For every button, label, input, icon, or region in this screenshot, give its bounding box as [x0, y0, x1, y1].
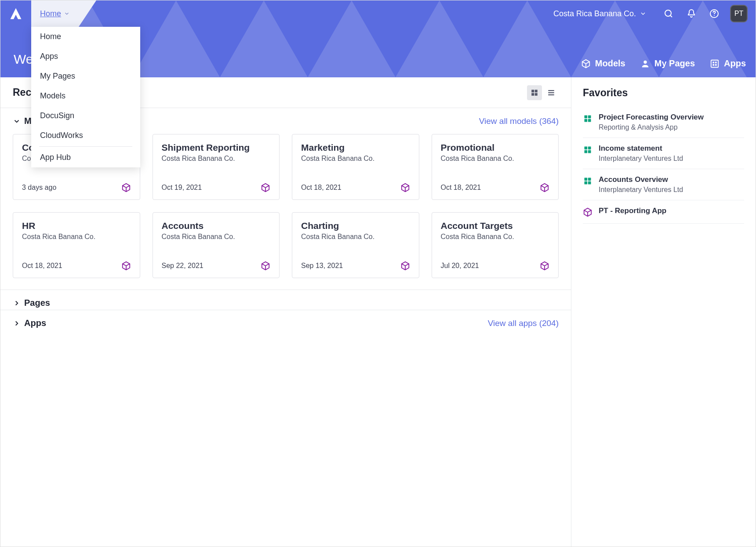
favorite-title: Accounts Overview [599, 175, 683, 184]
view-all-models-link[interactable]: View all models (364) [479, 116, 559, 126]
svg-rect-28 [585, 147, 588, 150]
app-logo[interactable] [0, 0, 31, 27]
cube-icon [261, 183, 270, 192]
app-icon [583, 177, 592, 185]
cube-icon [261, 261, 270, 271]
model-type-icon [261, 261, 270, 271]
card-title: HR [22, 221, 131, 231]
workspace-name: Costa Rica Banana Co. [553, 9, 636, 18]
cube-icon [583, 207, 592, 217]
chevron-down-icon[interactable] [13, 117, 22, 125]
search-button[interactable] [659, 4, 678, 23]
dropdown-item[interactable]: Home [31, 27, 140, 47]
card-subtitle: Costa Rica Banana Co. [301, 233, 410, 241]
apps-icon [710, 59, 720, 69]
card-subtitle: Costa Rica Banana Co. [162, 233, 271, 241]
chevron-down-icon [640, 10, 647, 17]
model-card[interactable]: Shipment ReportingCosta Rica Banana Co.O… [153, 134, 280, 200]
view-all-apps-link[interactable]: View all apps (204) [488, 319, 559, 328]
svg-point-8 [665, 10, 671, 16]
dropdown-item[interactable]: CloudWorks [31, 126, 140, 145]
section-head-apps: Apps View all apps (204) [0, 310, 571, 330]
model-type-icon [121, 183, 131, 192]
subnav-label: My Pages [654, 58, 695, 69]
model-type-icon [121, 261, 131, 271]
user-avatar[interactable]: PT [730, 5, 748, 22]
model-card[interactable]: PromotionalCosta Rica Banana Co.Oct 18, … [432, 134, 559, 200]
list-view-button[interactable] [544, 85, 559, 100]
card-date: Sep 22, 2021 [162, 262, 204, 270]
dropdown-item[interactable]: Apps [31, 47, 140, 66]
favorite-title: Income statement [599, 144, 683, 153]
svg-rect-13 [712, 62, 714, 63]
cube-icon [121, 261, 131, 271]
breadcrumb-home-link[interactable]: Home [40, 9, 61, 18]
card-date: Oct 19, 2021 [162, 184, 202, 192]
svg-rect-22 [548, 92, 554, 93]
favorite-item[interactable]: Project Forecasting OverviewReporting & … [583, 107, 744, 138]
dropdown-separator [39, 146, 132, 147]
app-icon [583, 114, 592, 123]
dropdown-item[interactable]: DocuSign [31, 106, 140, 126]
card-title: Shipment Reporting [162, 142, 271, 153]
help-icon [709, 8, 720, 19]
breadcrumb-dropdown: HomeAppsMy PagesModelsDocuSignCloudWorks… [31, 27, 140, 167]
dropdown-item[interactable]: App Hub [31, 148, 140, 167]
card-date: Oct 18, 2021 [22, 262, 62, 270]
bell-icon [686, 8, 697, 19]
dropdown-item[interactable]: Models [31, 86, 140, 106]
cube-icon [581, 59, 591, 69]
model-type-icon [400, 261, 410, 271]
cube-icon [400, 183, 410, 192]
svg-rect-32 [585, 178, 588, 181]
subnav-apps[interactable]: Apps [710, 58, 746, 69]
subnav-label: Apps [724, 58, 746, 69]
person-icon [640, 59, 650, 69]
svg-rect-29 [588, 147, 591, 150]
chevron-right-icon[interactable] [13, 319, 22, 327]
favorites-sidebar: Favorites Project Forecasting OverviewRe… [571, 77, 756, 547]
svg-rect-12 [711, 60, 719, 67]
notifications-button[interactable] [682, 4, 701, 23]
card-date: Oct 18, 2021 [301, 184, 342, 192]
svg-rect-18 [535, 90, 538, 92]
svg-rect-33 [588, 178, 591, 181]
dropdown-scroll[interactable]: HomeAppsMy PagesModelsDocuSignCloudWorks… [31, 27, 140, 167]
dropdown-item[interactable]: My Pages [31, 66, 140, 86]
model-card[interactable]: MarketingCosta Rica Banana Co.Oct 18, 20… [292, 134, 419, 200]
section-title: Pages [24, 298, 50, 308]
favorite-item[interactable]: PT - Reporting App [583, 200, 744, 224]
favorite-icon [583, 207, 592, 217]
card-date: Sep 13, 2021 [301, 262, 343, 270]
favorite-item[interactable]: Income statementInterplanetary Ventures … [583, 138, 744, 169]
subnav-label: Models [595, 58, 625, 69]
svg-rect-16 [715, 64, 717, 65]
breadcrumb-tab[interactable]: Home [31, 0, 96, 27]
favorite-title: PT - Reporting App [599, 206, 666, 215]
subnav-models[interactable]: Models [581, 58, 625, 69]
svg-rect-17 [531, 90, 534, 92]
model-card[interactable]: Account TargetsCosta Rica Banana Co.Jul … [432, 212, 559, 278]
card-title: Charting [301, 221, 410, 231]
model-card[interactable]: ChartingCosta Rica Banana Co.Sep 13, 202… [292, 212, 419, 278]
section-title: Apps [24, 318, 46, 328]
favorite-title: Project Forecasting Overview [599, 113, 704, 122]
help-button[interactable] [705, 4, 724, 23]
model-card[interactable]: AccountsCosta Rica Banana Co.Sep 22, 202… [153, 212, 280, 278]
model-card[interactable]: HRCosta Rica Banana Co.Oct 18, 2021 [13, 212, 140, 278]
favorites-title: Favorites [583, 87, 744, 99]
chevron-right-icon[interactable] [13, 299, 22, 307]
svg-point-10 [714, 15, 715, 16]
subnav-my-pages[interactable]: My Pages [640, 58, 695, 69]
card-title: Marketing [301, 142, 410, 153]
favorite-item[interactable]: Accounts OverviewInterplanetary Ventures… [583, 169, 744, 200]
workspace-switcher[interactable]: Costa Rica Banana Co. [553, 9, 647, 18]
card-title: Account Targets [441, 221, 550, 231]
model-type-icon [540, 261, 549, 271]
card-subtitle: Costa Rica Banana Co. [22, 233, 131, 241]
grid-view-button[interactable] [527, 85, 542, 100]
card-title: Promotional [441, 142, 550, 153]
card-subtitle: Costa Rica Banana Co. [441, 233, 550, 241]
cube-icon [540, 261, 549, 271]
cube-icon [400, 261, 410, 271]
